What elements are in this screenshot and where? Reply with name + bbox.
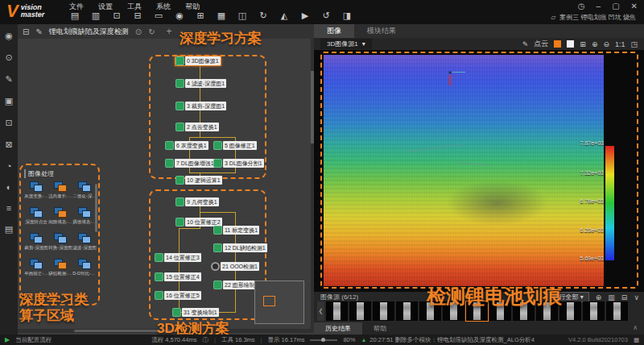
controller-icon[interactable]: ↻: [258, 10, 269, 21]
flow-list-icon[interactable]: ⊟: [23, 27, 29, 36]
format-icon[interactable]: ◨: [341, 10, 353, 21]
image-viewer[interactable]: 7.87e+03 7.32e+03 6.78e+03 6.23e+03 5.69…: [314, 50, 644, 292]
add-image-icon[interactable]: ⊕: [596, 293, 602, 301]
run-flow-icon[interactable]: ▶: [5, 336, 10, 343]
flow-node[interactable]: 5 图像修正1: [213, 141, 257, 150]
open-folder-icon[interactable]: ▥: [608, 293, 615, 301]
palette-item[interactable]: D-D对比-…: [72, 259, 96, 277]
palette-scrollbar[interactable]: [95, 184, 97, 232]
delete-image-icon[interactable]: ⊟: [621, 293, 628, 301]
maximize-icon[interactable]: ▢: [612, 2, 619, 10]
flow-run-loop-icon[interactable]: ↻: [148, 27, 155, 36]
collapse-filmstrip-icon[interactable]: ∨: [634, 293, 639, 301]
flow-node[interactable]: 12 DL缺陷检测1: [213, 243, 267, 252]
export-icon[interactable]: ⊡: [111, 10, 122, 21]
flow-node[interactable]: 7 DL图像增强1: [165, 159, 216, 168]
history-clock-icon[interactable]: ◷: [578, 2, 585, 10]
flow-node[interactable]: 31 变换绘制1: [172, 308, 219, 317]
zoom-in-icon[interactable]: ⊕: [592, 40, 598, 48]
palette-item[interactable]: 转换-深度图: [48, 233, 72, 251]
flow-edit-icon[interactable]: ✎: [35, 27, 42, 36]
flow-node[interactable]: 3 裁剪-深度图1: [175, 102, 226, 110]
flow-tab-label[interactable]: 锂电划痕缺陷及深度检测: [49, 27, 129, 37]
locate-icon[interactable]: ⊡: [5, 118, 12, 128]
flow-run-once-icon[interactable]: ⊙: [135, 27, 142, 36]
battery-thumbnail[interactable]: [349, 301, 371, 321]
canvas-zoom-slider[interactable]: [310, 339, 337, 341]
minimap[interactable]: [254, 281, 304, 324]
run-continuous-icon[interactable]: ↺: [320, 10, 332, 21]
flow-node[interactable]: 3 DL图像分割1: [213, 159, 264, 168]
draw-icon[interactable]: ✎: [5, 74, 12, 85]
collapse-history-icon[interactable]: ∧: [626, 322, 644, 335]
window-icon[interactable]: ▭: [153, 10, 164, 21]
flow-node[interactable]: 9 几何变换1: [175, 197, 219, 206]
flow-canvas[interactable]: ⊟ ✎ 锂电划痕缺陷及深度检测 ⊙ ↻ + 图像处理 灰度变换-… 法向量长-……: [18, 24, 314, 335]
draw-tool-icon[interactable]: ✎: [522, 40, 529, 48]
flow-node[interactable]: 14 位置修正3: [155, 253, 201, 262]
flow-node[interactable]: 15 位置修正4: [155, 272, 201, 281]
flow-node[interactable]: 22 图形绘制1: [213, 281, 260, 289]
palette-item[interactable]: 滤波-深度图: [72, 233, 96, 251]
communication-icon[interactable]: ▦: [216, 10, 227, 21]
prev-thumbnails-icon[interactable]: ❮: [317, 301, 324, 321]
fit-view-icon[interactable]: ⊞: [580, 40, 586, 48]
minimize-icon[interactable]: –: [597, 2, 601, 10]
deep-learning-icon[interactable]: ◐: [6, 182, 12, 192]
io-module-icon[interactable]: ▤: [5, 224, 13, 235]
palette-item[interactable]: 灰度变换-…: [24, 181, 47, 200]
close-icon[interactable]: ✕: [631, 2, 638, 10]
battery-thumbnail[interactable]: [583, 301, 605, 321]
color-swatch-white[interactable]: [567, 40, 574, 48]
module-icon: [165, 141, 174, 150]
battery-thumbnail[interactable]: [396, 301, 418, 321]
minimap-viewport[interactable]: [263, 296, 275, 306]
image-source-select[interactable]: 3D图像源1▾: [320, 39, 372, 49]
matrix-icon[interactable]: ⊞: [195, 10, 206, 21]
palette-item[interactable]: 二值化-深…: [72, 181, 96, 200]
tab-history-result[interactable]: 历史结果: [314, 322, 362, 335]
logic-icon[interactable]: ≡: [6, 203, 11, 213]
battery-thumbnail[interactable]: [606, 301, 628, 321]
battery-thumbnail[interactable]: [373, 301, 394, 321]
operator-icon: [54, 259, 67, 269]
camera-manage-icon[interactable]: ◉: [174, 10, 185, 21]
flow-node[interactable]: 16 位置修正5: [155, 291, 201, 300]
add-flow-tab-icon[interactable]: +: [167, 26, 172, 37]
palette-item[interactable]: 深度转点云: [24, 207, 47, 226]
flow-node[interactable]: 4 滤波-深度图1: [175, 79, 226, 88]
palette-item[interactable]: 间隙填充-…: [48, 207, 72, 226]
one-to-one-icon[interactable]: 1:1: [615, 40, 625, 48]
expand-icon[interactable]: ◳: [630, 40, 638, 48]
mask-icon[interactable]: ⊠: [5, 139, 12, 150]
run-once-icon[interactable]: ▶: [299, 10, 311, 21]
camera-icon[interactable]: ◉: [5, 31, 13, 41]
battery-thumbnail[interactable]: [326, 301, 348, 321]
palette-item[interactable]: 法向量长-…: [48, 181, 72, 200]
battery-thumbnail[interactable]: [559, 301, 581, 321]
flow-node[interactable]: 21 OOO检测1: [211, 262, 259, 271]
flow-node[interactable]: 10 逻辑运算1: [175, 176, 222, 185]
color-analysis-icon[interactable]: ◔: [6, 161, 12, 171]
save-icon[interactable]: ▤: [69, 10, 80, 21]
aim-icon[interactable]: ⊙: [5, 52, 12, 63]
flow-node[interactable]: 6 灰度变换1: [165, 141, 208, 150]
io-icon[interactable]: ◫: [237, 10, 248, 21]
tab-help[interactable]: 帮助: [362, 322, 398, 335]
palette-item[interactable]: 插值填充-…: [72, 207, 96, 226]
zoom-out-icon[interactable]: ⊖: [603, 40, 609, 48]
tab-image[interactable]: 图像: [314, 24, 354, 38]
open-icon[interactable]: ▥: [90, 10, 101, 21]
template-icon[interactable]: ▣: [5, 96, 13, 106]
palette-item[interactable]: 裁剪-深度图: [24, 233, 47, 251]
flow-node[interactable]: 0 3D图像源1: [175, 56, 221, 65]
pointcloud-label[interactable]: 点云: [534, 39, 548, 49]
color-swatch-orange[interactable]: [554, 40, 561, 48]
palette-item[interactable]: 平面校正-…: [24, 259, 47, 277]
flow-node[interactable]: 2 点云变换1: [175, 123, 219, 131]
import-icon[interactable]: ⊟: [132, 10, 143, 21]
tab-module-result[interactable]: 模块结果: [354, 24, 409, 38]
palette-item[interactable]: 缺陷检测-…: [48, 259, 72, 277]
compare-icon[interactable]: ◭: [279, 10, 290, 21]
flow-node[interactable]: 11 标定变换1: [213, 226, 259, 235]
